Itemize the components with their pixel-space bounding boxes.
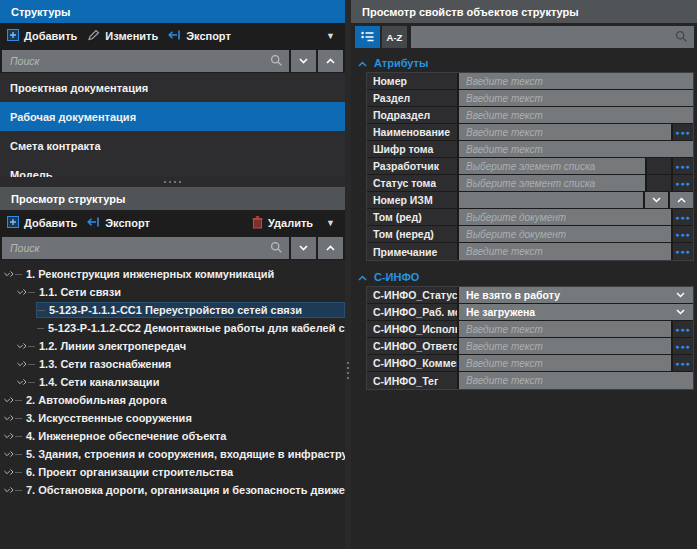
property-input[interactable]: [459, 355, 671, 371]
ellipsis-button[interactable]: ●●●: [673, 338, 693, 354]
search-prev-button[interactable]: [318, 50, 343, 72]
property-input[interactable]: [459, 321, 671, 337]
tree-item-label: 1.2. Линии электропередач: [39, 340, 186, 352]
tree-connector-line: [28, 364, 35, 365]
ellipsis-button[interactable]: ●●●: [673, 243, 693, 260]
spinner-up-button[interactable]: [670, 192, 693, 208]
alphabetical-view-button[interactable]: A-Z: [382, 26, 407, 48]
property-label: Наименование: [367, 124, 457, 140]
vertical-splitter[interactable]: [345, 0, 351, 549]
categorized-view-button[interactable]: [355, 26, 380, 48]
tree-item[interactable]: 1.3. Сети газоснабжения: [0, 355, 345, 373]
edit-button[interactable]: Изменить: [87, 29, 158, 43]
tree-expander[interactable]: [4, 450, 14, 458]
add-button[interactable]: Добавить: [7, 216, 77, 230]
tree-connector-line: [15, 454, 22, 455]
ellipsis-button[interactable]: ●●●: [673, 175, 693, 191]
tree-expander[interactable]: [4, 468, 14, 476]
export-arrow-icon: [87, 216, 100, 230]
add-button[interactable]: Добавить: [7, 29, 77, 43]
delete-button[interactable]: Удалить: [252, 216, 313, 231]
search-next-button[interactable]: [291, 237, 316, 259]
property-input[interactable]: [459, 226, 671, 242]
tree-item[interactable]: 1. Реконструкция инженерных коммуникаций: [0, 265, 345, 283]
structure-view-search-input[interactable]: [2, 237, 289, 259]
tree-item[interactable]: 2. Автомобильная дорога: [0, 391, 345, 409]
section-header[interactable]: Атрибуты: [351, 53, 697, 72]
tree-expander[interactable]: [17, 342, 27, 350]
section-header[interactable]: С-ИНФО: [351, 267, 697, 286]
property-sections: Атрибуты Номер ●●● Раздел: [351, 51, 697, 396]
tree-expander[interactable]: [4, 270, 14, 278]
property-input[interactable]: [459, 372, 693, 389]
property-input[interactable]: [459, 243, 671, 260]
tree-expander[interactable]: [4, 396, 14, 404]
filter-dropdown-icon[interactable]: ▼: [323, 31, 338, 41]
tree-expander[interactable]: [4, 432, 14, 440]
ellipsis-button[interactable]: ●●●: [673, 158, 693, 174]
property-input[interactable]: [459, 124, 671, 140]
property-input[interactable]: [459, 175, 645, 191]
filter-dropdown-icon[interactable]: ▼: [323, 218, 338, 228]
property-input[interactable]: [459, 141, 693, 157]
left-column: Структуры Добавить Изменить: [0, 0, 345, 549]
tree-expander[interactable]: [4, 486, 14, 494]
tree-item-label: 5. Здания, строения и сооружения, входящ…: [26, 448, 345, 460]
combobox-value: Не взято в работу: [466, 289, 560, 301]
property-row: Шифр тома ●●●: [367, 141, 693, 158]
property-input[interactable]: [459, 209, 671, 225]
export-button[interactable]: Экспорт: [87, 216, 150, 230]
property-row: С-ИНФО_Коммент ●●●: [367, 355, 693, 372]
ellipsis-button[interactable]: ●●●: [673, 226, 693, 242]
tree-item[interactable]: 1.2. Линии электропередач: [0, 337, 345, 355]
tree-item[interactable]: 5. Здания, строения и сооружения, входящ…: [0, 445, 345, 463]
property-input[interactable]: [459, 158, 645, 174]
property-combobox[interactable]: Не взято в работу: [459, 287, 693, 303]
search-next-button[interactable]: [291, 50, 316, 72]
tree-expander[interactable]: [17, 378, 27, 386]
tree-expander[interactable]: [17, 360, 27, 368]
property-row: Подраздел ●●●: [367, 107, 693, 124]
structures-search-input[interactable]: [2, 50, 289, 72]
chevron-up-icon: [677, 197, 686, 203]
tree-expander[interactable]: [17, 288, 27, 296]
export-button[interactable]: Экспорт: [168, 29, 231, 43]
list-item[interactable]: Проектная документация: [0, 73, 345, 102]
open-list-button[interactable]: [647, 158, 671, 174]
horizontal-splitter[interactable]: [0, 177, 345, 187]
property-input[interactable]: [459, 107, 693, 123]
ellipsis-button[interactable]: ●●●: [673, 355, 693, 371]
tree-item[interactable]: 4. Инженерное обеспечение объекта: [0, 427, 345, 445]
tree-item[interactable]: 3. Искусственные сооружения: [0, 409, 345, 427]
list-item[interactable]: Модель: [0, 160, 345, 177]
ellipsis-button[interactable]: ●●●: [673, 209, 693, 225]
tree-item-label: 6. Проект организации строительства: [26, 466, 233, 478]
list-item[interactable]: Рабочая документация: [0, 102, 345, 131]
tree-item[interactable]: 5-123-Р-1.1.2-СС2 Демонтажные работы для…: [0, 319, 345, 337]
property-combobox[interactable]: Не загружена: [459, 304, 693, 320]
tree-connector-line: [38, 310, 45, 311]
property-input[interactable]: [459, 90, 693, 106]
list-item-label: Модель: [10, 169, 53, 178]
property-input[interactable]: [459, 73, 693, 89]
tree-item[interactable]: 1.4. Сети канализации: [0, 373, 345, 391]
structures-panel-title: Структуры: [0, 0, 345, 23]
property-input[interactable]: [459, 338, 671, 354]
property-input[interactable]: [459, 192, 643, 208]
tree-expander[interactable]: [4, 414, 14, 422]
list-item[interactable]: Смета контракта: [0, 131, 345, 160]
ellipsis-button[interactable]: ●●●: [673, 124, 693, 140]
spinner-down-button[interactable]: [645, 192, 668, 208]
structures-toolbar: Добавить Изменить Экспорт ▼: [0, 23, 345, 49]
tree-item[interactable]: 1.1. Сети связи: [0, 283, 345, 301]
tree-item[interactable]: 6. Проект организации строительства: [0, 463, 345, 481]
tree-item[interactable]: 5-123-Р-1.1.1-СС1 Переустройство сетей с…: [0, 301, 345, 319]
ellipsis-button[interactable]: ●●●: [673, 321, 693, 337]
search-prev-button[interactable]: [318, 237, 343, 259]
tree-item[interactable]: 7. Обстановка дороги, организация и безо…: [0, 481, 345, 499]
property-row: Номер ●●●: [367, 73, 693, 90]
open-list-button[interactable]: [647, 175, 671, 191]
property-field: ●●●: [459, 321, 693, 337]
property-row: С-ИНФО_Тег ●●●: [367, 372, 693, 389]
properties-search-input[interactable]: [411, 26, 694, 48]
